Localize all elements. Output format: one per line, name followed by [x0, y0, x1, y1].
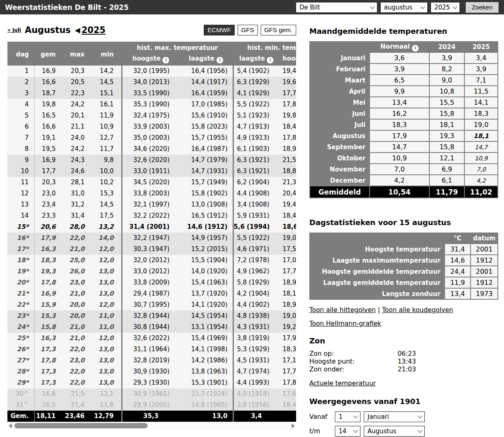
vanaf-month-select[interactable]: Januari	[364, 411, 425, 422]
horizontal-scrollbar[interactable]	[7, 422, 296, 429]
col-header-laagste: laagstei	[179, 53, 233, 66]
chevron-down-icon	[417, 428, 422, 432]
prev-month-link[interactable]: « Juli	[7, 27, 21, 33]
table-row: 16*17,922,014,032,2 (1947)14,9 (1957)5,5…	[7, 233, 296, 244]
col-header-celsius: °C	[445, 233, 470, 243]
col-group-hist-min: hist. min. temperatuur	[233, 42, 296, 53]
sun-section-title: Zon	[309, 336, 499, 345]
day-statistics-table: dag gem max min hist. max. temperatuur h…	[7, 42, 296, 422]
col-header-datum: datum	[471, 233, 497, 243]
year-select[interactable]: 2025	[431, 2, 460, 13]
table-row: 17*16,321,012,030,3 (1947)15,2 (2015)4,6…	[7, 244, 296, 255]
month-select[interactable]: augustus	[380, 2, 428, 13]
col-header-hoogste: hoogstei	[122, 53, 179, 66]
col-header-gem: gem	[34, 42, 63, 66]
monthly-row: Februari3,98,23,9	[310, 64, 497, 74]
table-row: 1120,328,110,234,5 (2020)15,7 (1949)6,2 …	[7, 177, 296, 188]
monthly-row: Juli18,318,119,0	[310, 120, 497, 130]
vanaf-label: Vanaf	[309, 413, 335, 421]
scrollbar-thumb[interactable]	[14, 423, 148, 428]
table-row: 29*17,322,013,029,3 (1930)15,3 (1901)4,4…	[7, 377, 296, 388]
page-title: Weerstatistieken De Bilt - 2025	[5, 3, 293, 12]
model-button-gfs-gem[interactable]: GFS gem.	[261, 25, 296, 35]
top-bar: Weerstatistieken De Bilt - 2025 De Bilt …	[0, 0, 504, 14]
info-icon[interactable]: i	[412, 45, 419, 52]
tm-day-select[interactable]: 14	[335, 426, 360, 437]
table-row: 1423,331,417,532,2 (2022)16,5 (1912)5,9 …	[7, 210, 296, 221]
table-row: 30^16,621,512,130,9 (1961)15,7 (1924)4,0…	[7, 388, 296, 399]
hellmann-link[interactable]: Toon Hellmann-grafiek	[309, 320, 381, 327]
heatwaves-link[interactable]: Toon alle hittegolven	[309, 306, 376, 314]
monthly-table-body: Januari3,63,93,4Februari3,98,23,9Maart6,…	[310, 53, 497, 186]
wave-links: Toon alle hittegolven | Toon alle koudeg…	[309, 306, 499, 314]
table-row: 1323,431,214,532,1 (1997)13,0 (1908)3,4 …	[7, 199, 296, 210]
col-header-normaal: Normaali	[370, 42, 429, 52]
day-stat-row: Laagste maximumtemperatuur14,61912	[310, 255, 497, 265]
col-header-2024: 2024	[430, 42, 464, 52]
sun-time-row: Zon op:06:23	[309, 350, 499, 358]
prev-year-arrow-icon[interactable]: ◀	[75, 26, 80, 34]
scroll-right-icon[interactable]	[292, 423, 295, 428]
model-button-gfs[interactable]: GFS	[238, 25, 258, 35]
col-header-max: max	[63, 42, 92, 66]
month-select-value: augustus	[384, 4, 412, 11]
station-select[interactable]: De Bilt	[296, 2, 377, 13]
table-row: 18*18,325,012,032,0 (2012)15,5 (1904)7,2…	[7, 255, 296, 266]
info-icon[interactable]: i	[267, 57, 273, 63]
model-button-group: ECMWF GFS GFS gem.	[204, 25, 296, 35]
table-row: 15*20,628,013,231,4 (2001)14,6 (1912)5,6…	[7, 221, 296, 233]
table-row: 23*15,320,011,032,8 (1944)14,5 (1954)4,8…	[7, 310, 296, 322]
monthly-total-row: Gemiddeld 10,54 11,79 11,02	[310, 186, 497, 197]
search-button[interactable]: Zoeken	[465, 2, 499, 13]
table-row: 616,621,110,933,9 (2003)15,8 (2023)4,7 (…	[7, 121, 296, 132]
day-stat-row: Hoogste temperatuur31,42001	[310, 244, 497, 254]
coldwaves-link[interactable]: Toon alle koudegolven	[382, 306, 453, 314]
scroll-left-icon[interactable]	[9, 423, 12, 428]
tm-month-select[interactable]: Augustus	[364, 426, 425, 437]
monthly-row: Mei13,415,514,1	[310, 97, 497, 108]
monthly-row: December4,26,14,2	[310, 175, 497, 186]
table-row: 25*16,321,012,032,6 (2022)15,4 (1969)3,8…	[7, 333, 296, 344]
monthly-row: September14,715,814,7	[310, 142, 497, 152]
table-row: 916,924,39,832,6 (2020)14,7 (1979)6,3 (1…	[7, 155, 296, 166]
sun-times: Zon op:06:23Hoogste punt:13:43Zon onder:…	[309, 350, 499, 374]
day-table-container: dag gem max min hist. max. temperatuur h…	[7, 42, 296, 422]
monthly-row: Maart6,59,07,1	[310, 75, 497, 85]
right-column: Maandgemiddelde temperaturen Normaali 20…	[309, 14, 499, 437]
table-total-row: Gem. 18,11 23,46 12,79 35,3 13,0 3,4	[7, 411, 296, 422]
table-row: 22*15,920,012,030,7 (1995)14,1 (1920)4,4…	[7, 299, 296, 310]
col-header-dag: dag	[7, 42, 34, 66]
link-separator: |	[378, 306, 382, 314]
sun-time-row: Hoogste punt:13:43	[309, 358, 499, 366]
table-row: 318,722,315,133,5 (1990)16,4 (1959)4,1 (…	[7, 88, 296, 99]
table-row: 719,124,012,735,0 (2003)15,7 (1955)4,9 (…	[7, 132, 296, 143]
table-row: 19*19,326,013,033,0 (2012)14,0 (1920)4,9…	[7, 266, 296, 277]
year-select-value: 2025	[434, 4, 450, 11]
year-link[interactable]: 2025	[81, 25, 105, 35]
records-form-title: Weergegevens vanaf 1901	[309, 397, 499, 406]
table-row: 116,920,314,232,0 (1995)16,4 (1956)5,4 (…	[7, 66, 296, 77]
table-row: 819,524,211,734,6 (2020)16,4 (1987)6,1 (…	[7, 143, 296, 155]
chevron-down-icon	[420, 4, 425, 9]
monthly-table-title: Maandgemiddelde temperaturen	[309, 27, 499, 35]
table-row: 27*17,823,013,032,8 (2019)14,2 (1986)4,5…	[7, 355, 296, 366]
tm-row: t/m 14 Augustus	[309, 426, 499, 437]
monthly-row: Juni16,215,818,3	[310, 108, 497, 119]
table-row: 216,620,514,534,0 (2013)14,4 (1917)6,3 (…	[7, 77, 296, 88]
monthly-average-table: Normaali 2024 2025 Januari3,63,93,4Febru…	[309, 41, 498, 198]
model-button-ecmwf[interactable]: ECMWF	[204, 25, 235, 35]
info-icon[interactable]: i	[163, 57, 169, 63]
chevron-down-icon	[417, 414, 422, 418]
monthly-row: Augustus17,919,318,1	[310, 131, 497, 141]
table-row: 31^16,521,411,828,9 (2005)14,8 (1965)3,8…	[7, 399, 296, 411]
monthly-row: April9,910,811,5	[310, 86, 497, 96]
col-group-hist-max: hist. max. temperatuur	[122, 42, 233, 53]
tm-label: t/m	[309, 428, 335, 435]
vanaf-day-select[interactable]: 1	[335, 411, 360, 422]
info-icon[interactable]: i	[217, 57, 223, 63]
table-row: 28*17,322,013,030,9 (1930)13,8 (1963)4,7…	[7, 366, 296, 377]
current-temperature-link[interactable]: Actuele temperatuur	[309, 380, 376, 387]
day-stat-row: Laagste gemiddelde temperatuur11,91912	[310, 277, 497, 288]
sun-time-row: Zon onder:21:03	[309, 366, 499, 374]
col-header-hoogste-min: hoogstei	[279, 53, 296, 66]
